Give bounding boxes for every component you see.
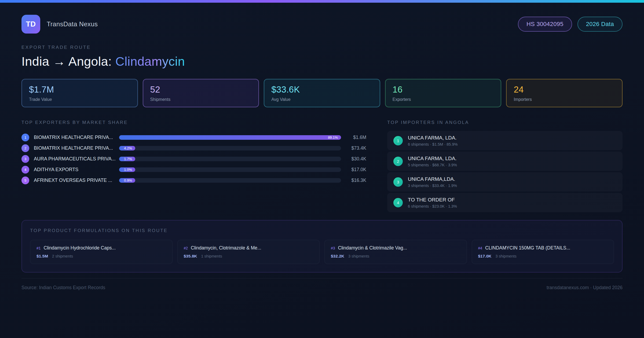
rank-badge: 5 <box>21 177 29 184</box>
formulation-shipments: 3 shipments <box>495 254 516 258</box>
market-share-bar-track: 1.0% <box>119 167 341 172</box>
formulation-value: $17.0K <box>478 254 492 259</box>
exporter-value: $73.4K <box>345 145 366 151</box>
importers-list: 1 UNICA FARMA, LDA. 6 shipments · $1.5M … <box>387 131 623 212</box>
importer-name: UNICA FARMA, LDA. <box>408 135 458 141</box>
hs-code-badge[interactable]: HS 30042095 <box>518 17 572 32</box>
formulation-value: $32.2K <box>331 254 344 259</box>
rank-badge: 3 <box>21 155 29 163</box>
formulation-meta-row: $17.0K 3 shipments <box>478 254 608 259</box>
formulation-rank: #3 <box>331 246 335 250</box>
formulation-meta-row: $1.5M 2 shipments <box>36 254 166 259</box>
stat-label: Avg Value <box>271 97 373 102</box>
importer-card[interactable]: 2 UNICA FARMA, LDA. 5 shipments · $68.7K… <box>387 152 623 171</box>
exporter-value: $30.4K <box>345 156 366 162</box>
market-share-bar-track: 1.7% <box>119 157 341 161</box>
market-share-label: 89.1% <box>328 135 338 139</box>
rank-badge: 1 <box>21 134 29 141</box>
market-share-bar: 4.2% <box>119 146 135 150</box>
exporter-value: $17.0K <box>345 167 366 172</box>
stat-card-trade-value[interactable]: $1.7M Trade Value <box>21 79 138 107</box>
importers-section: TOP IMPORTERS IN ANGOLA 1 UNICA FARMA, L… <box>387 120 623 214</box>
header-badges: HS 30042095 2026 Data <box>518 17 623 32</box>
importers-heading: TOP IMPORTERS IN ANGOLA <box>387 120 623 125</box>
market-share-bar: 0.9% <box>119 178 135 183</box>
page-container: TD TransData Nexus HS 30042095 2026 Data… <box>0 15 644 291</box>
app-logo-monogram: TD <box>26 20 36 28</box>
formulation-card[interactable]: #4 CLINDAMYCIN 150MG TAB (DETAILS... $17… <box>472 240 614 264</box>
exporter-name: AURA PHARMACEUTICALS PRIVA... <box>34 156 119 162</box>
stat-card-importers[interactable]: 24 Importers <box>506 79 623 107</box>
formulation-card[interactable]: #2 Clindamycin, Clotrimazole & Me... $35… <box>177 240 320 264</box>
exporters-section: TOP EXPORTERS BY MARKET SHARE 1 BIOMATRI… <box>21 120 366 214</box>
stat-label: Importers <box>514 97 615 102</box>
market-share-bar-track: 89.1% <box>119 135 341 140</box>
exporters-chart: 1 BIOMATRIX HEALTHCARE PRIVA... 89.1% $1… <box>21 132 366 186</box>
importer-name: UNICA FARMA,LDA. <box>408 176 457 182</box>
formulation-title-row: #2 Clindamycin, Clotrimazole & Me... <box>184 245 313 251</box>
stat-label: Shipments <box>150 97 252 102</box>
exporter-row[interactable]: 4 ADITHYA EXPORTS 1.0% $17.0K <box>21 164 366 175</box>
importer-name: UNICA FARMA, LDA. <box>408 156 457 161</box>
importer-info: UNICA FARMA, LDA. 6 shipments · $1.5M · … <box>408 135 458 146</box>
formulation-value: $1.5M <box>36 254 48 259</box>
page-title-product: Clindamycin <box>115 54 185 68</box>
importer-meta: 6 shipments · $23.0K · 1.3% <box>408 204 457 208</box>
importer-card[interactable]: 1 UNICA FARMA, LDA. 6 shipments · $1.5M … <box>387 131 623 150</box>
formulation-title-row: #1 Clindamycin Hydrochloride Caps... <box>36 245 166 251</box>
app-name: TransData Nexus <box>47 20 98 28</box>
formulation-card[interactable]: #3 Clindamycin & Clotrimazile Vag... $32… <box>324 240 467 264</box>
exporter-name: BIOMATRIX HEALTHCARE PRIVA... <box>34 145 119 151</box>
rank-badge: 4 <box>393 198 403 207</box>
formulation-rank: #4 <box>478 246 482 250</box>
exporter-name: BIOMATRIX HEALTHCARE PRIVA... <box>34 135 119 140</box>
importer-card[interactable]: 3 UNICA FARMA,LDA. 3 shipments · $33.4K … <box>387 172 623 192</box>
accent-top-bar <box>0 0 644 3</box>
market-share-label: 4.2% <box>124 146 132 150</box>
exporter-name: ADITHYA EXPORTS <box>34 167 119 172</box>
stat-card-avg-value[interactable]: $33.6K Avg Value <box>264 79 380 107</box>
stat-value: $33.6K <box>271 84 373 95</box>
exporter-row[interactable]: 1 BIOMATRIX HEALTHCARE PRIVA... 89.1% $1… <box>21 132 366 143</box>
rank-badge: 4 <box>21 166 29 174</box>
formulation-name: CLINDAMYCIN 150MG TAB (DETAILS... <box>485 245 570 251</box>
main-columns: TOP EXPORTERS BY MARKET SHARE 1 BIOMATRI… <box>21 120 623 214</box>
market-share-bar-track: 4.2% <box>119 146 341 150</box>
page-title: India → Angola: Clindamycin <box>21 54 623 69</box>
page-eyebrow: EXPORT TRADE ROUTE <box>21 45 623 50</box>
market-share-label: 1.0% <box>124 168 132 172</box>
footer: Source: Indian Customs Export Records tr… <box>21 278 623 291</box>
formulation-card[interactable]: #1 Clindamycin Hydrochloride Caps... $1.… <box>30 240 173 264</box>
formulation-meta-row: $35.8K 1 shipments <box>184 254 313 259</box>
importer-info: TO THE ORDER OF 6 shipments · $23.0K · 1… <box>408 197 457 208</box>
app-logo: TD <box>21 15 40 34</box>
exporter-row[interactable]: 2 BIOMATRIX HEALTHCARE PRIVA... 4.2% $73… <box>21 143 366 153</box>
exporter-name: AFRINEXT OVERSEAS PRIVATE ... <box>34 178 119 183</box>
stat-card-shipments[interactable]: 52 Shipments <box>143 79 259 107</box>
formulation-name: Clindamycin & Clotrimazile Vag... <box>338 245 407 251</box>
formulation-title-row: #4 CLINDAMYCIN 150MG TAB (DETAILS... <box>478 245 608 251</box>
market-share-bar-track: 0.9% <box>119 178 341 183</box>
rank-badge: 1 <box>393 136 403 145</box>
importer-card[interactable]: 4 TO THE ORDER OF 6 shipments · $23.0K ·… <box>387 193 623 212</box>
stat-value: 24 <box>514 84 615 95</box>
formulation-shipments: 2 shipments <box>52 254 73 258</box>
market-share-label: 0.9% <box>124 178 132 182</box>
data-year-badge[interactable]: 2026 Data <box>577 17 623 32</box>
stat-value: $1.7M <box>29 84 130 95</box>
header: TD TransData Nexus HS 30042095 2026 Data <box>21 15 623 34</box>
page-title-route: India → Angola: <box>21 54 115 68</box>
formulations-heading: TOP PRODUCT FORMULATIONS ON THIS ROUTE <box>30 228 614 233</box>
importer-meta: 3 shipments · $33.4K · 1.9% <box>408 183 457 188</box>
footer-source: Source: Indian Customs Export Records <box>21 285 105 291</box>
importer-meta: 6 shipments · $1.5M · 85.9% <box>408 142 458 146</box>
importer-info: UNICA FARMA, LDA. 5 shipments · $68.7K ·… <box>408 156 457 167</box>
exporter-value: $1.6M <box>345 135 366 140</box>
market-share-label: 1.7% <box>124 157 132 161</box>
stat-label: Trade Value <box>29 97 130 102</box>
exporter-row[interactable]: 3 AURA PHARMACEUTICALS PRIVA... 1.7% $30… <box>21 153 366 164</box>
stat-card-exporters[interactable]: 16 Exporters <box>385 79 502 107</box>
formulation-value: $35.8K <box>184 254 197 259</box>
exporters-heading: TOP EXPORTERS BY MARKET SHARE <box>21 120 366 125</box>
exporter-row[interactable]: 5 AFRINEXT OVERSEAS PRIVATE ... 0.9% $16… <box>21 175 366 186</box>
